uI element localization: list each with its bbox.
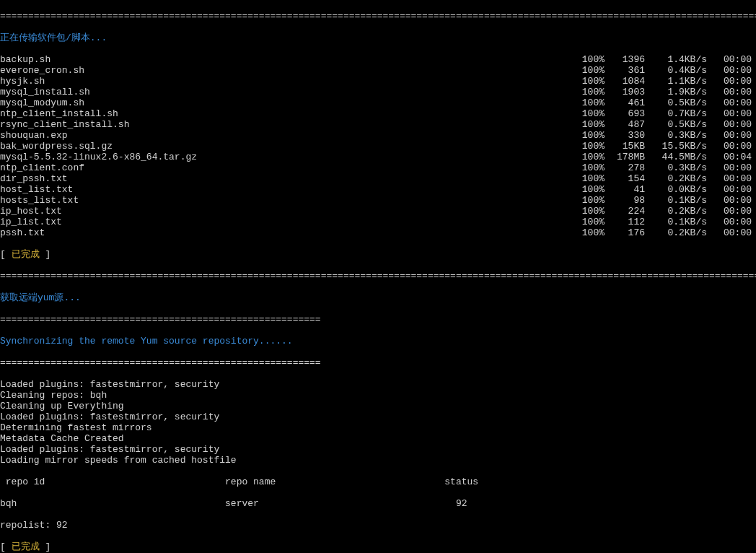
transfer-row: ip_list.txt100%1120.1KB/s00:00 xyxy=(0,217,756,227)
transfer-time: 00:00 xyxy=(707,76,756,87)
transfer-row: host_list.txt100%410.0KB/s00:00 xyxy=(0,184,756,195)
transfer-size: 224 xyxy=(605,206,645,217)
transfer-row: hosts_list.txt100%980.1KB/s00:00 xyxy=(0,195,756,206)
transfer-percent: 100% xyxy=(571,76,605,87)
done-line: [ 已完成 ] xyxy=(0,249,756,260)
yum-output-line: Loaded plugins: fastestmirror, security xyxy=(0,379,756,390)
transfer-speed: 44.5MB/s xyxy=(645,152,707,162)
transfer-size: 112 xyxy=(605,217,645,227)
section-header-yum: 获取远端yum源... xyxy=(0,292,756,303)
transfer-size: 461 xyxy=(605,97,645,108)
transfer-size: 330 xyxy=(605,130,645,141)
yum-output-line: Loaded plugins: fastestmirror, security xyxy=(0,412,756,422)
transfer-row: rsync_client_install.sh100%4870.5KB/s00:… xyxy=(0,119,756,130)
done-label: 已完成 xyxy=(12,541,40,552)
transfer-time: 00:00 xyxy=(707,65,756,76)
transfer-row: ntp_client.conf100%2780.3KB/s00:00 xyxy=(0,162,756,173)
transfer-row: shouquan.exp100%3300.3KB/s00:00 xyxy=(0,130,756,141)
transfer-list: backup.sh100%13961.4KB/s00:00everone_cro… xyxy=(0,54,756,238)
yum-output-line: Determining fastest mirrors xyxy=(0,422,756,433)
transfer-time: 00:00 xyxy=(707,162,756,173)
transfer-filename: ntp_client.conf xyxy=(0,162,84,173)
transfer-filename: ntp_client_install.sh xyxy=(0,108,118,119)
transfer-speed: 0.5KB/s xyxy=(645,119,707,130)
transfer-speed: 0.2KB/s xyxy=(645,206,707,217)
transfer-speed: 0.3KB/s xyxy=(645,130,707,141)
transfer-speed: 0.1KB/s xyxy=(645,217,707,227)
transfer-percent: 100% xyxy=(571,141,605,152)
transfer-size: 487 xyxy=(605,119,645,130)
transfer-size: 98 xyxy=(605,195,645,206)
transfer-time: 00:00 xyxy=(707,184,756,195)
transfer-percent: 100% xyxy=(571,217,605,227)
transfer-speed: 0.4KB/s xyxy=(645,65,707,76)
transfer-speed: 15.5KB/s xyxy=(645,141,707,152)
transfer-filename: rsync_client_install.sh xyxy=(0,119,129,130)
transfer-filename: pssh.txt xyxy=(0,227,45,238)
separator-line: ========================================… xyxy=(0,271,756,282)
transfer-row: ip_host.txt100%2240.2KB/s00:00 xyxy=(0,206,756,217)
transfer-percent: 100% xyxy=(571,173,605,184)
transfer-row: backup.sh100%13961.4KB/s00:00 xyxy=(0,54,756,65)
transfer-speed: 1.9KB/s xyxy=(645,87,707,97)
transfer-speed: 0.7KB/s xyxy=(645,108,707,119)
transfer-filename: ip_host.txt xyxy=(0,206,62,217)
transfer-percent: 100% xyxy=(571,87,605,97)
transfer-size: 1084 xyxy=(605,76,645,87)
done-label: 已完成 xyxy=(12,249,40,260)
transfer-speed: 0.1KB/s xyxy=(645,195,707,206)
transfer-filename: shouquan.exp xyxy=(0,130,68,141)
yum-output-line: Cleaning repos: bqh xyxy=(0,390,756,401)
repo-header: repo id repo name status xyxy=(0,476,756,487)
repo-row: bqh server 92 xyxy=(0,498,756,509)
transfer-percent: 100% xyxy=(571,162,605,173)
transfer-time: 00:00 xyxy=(707,119,756,130)
transfer-time: 00:00 xyxy=(707,195,756,206)
transfer-row: mysql_modyum.sh100%4610.5KB/s00:00 xyxy=(0,97,756,108)
transfer-speed: 1.4KB/s xyxy=(645,54,707,65)
transfer-time: 00:04 xyxy=(707,152,756,162)
yum-output-line: Metadata Cache Created xyxy=(0,433,756,444)
transfer-row: dir_pssh.txt100%1540.2KB/s00:00 xyxy=(0,173,756,184)
transfer-time: 00:00 xyxy=(707,54,756,65)
transfer-size: 1903 xyxy=(605,87,645,97)
separator-line: ========================================… xyxy=(0,357,756,368)
transfer-size: 15KB xyxy=(605,141,645,152)
separator-line: ========================================… xyxy=(0,11,756,22)
transfer-percent: 100% xyxy=(571,97,605,108)
transfer-filename: hysjk.sh xyxy=(0,76,45,87)
transfer-size: 693 xyxy=(605,108,645,119)
transfer-row: everone_cron.sh100%3610.4KB/s00:00 xyxy=(0,65,756,76)
transfer-percent: 100% xyxy=(571,54,605,65)
transfer-time: 00:00 xyxy=(707,173,756,184)
transfer-time: 00:00 xyxy=(707,206,756,217)
yum-output: Loaded plugins: fastestmirror, securityC… xyxy=(0,379,756,466)
transfer-percent: 100% xyxy=(571,108,605,119)
transfer-size: 361 xyxy=(605,65,645,76)
transfer-filename: mysql-5.5.32-linux2.6-x86_64.tar.gz xyxy=(0,152,197,162)
transfer-filename: backup.sh xyxy=(0,54,50,65)
transfer-size: 1396 xyxy=(605,54,645,65)
transfer-percent: 100% xyxy=(571,227,605,238)
transfer-speed: 0.3KB/s xyxy=(645,162,707,173)
transfer-size: 41 xyxy=(605,184,645,195)
transfer-row: pssh.txt100%1760.2KB/s00:00 xyxy=(0,227,756,238)
transfer-percent: 100% xyxy=(571,130,605,141)
transfer-speed: 0.2KB/s xyxy=(645,173,707,184)
transfer-time: 00:00 xyxy=(707,87,756,97)
transfer-filename: bak_wordpress.sql.gz xyxy=(0,141,113,152)
transfer-percent: 100% xyxy=(571,119,605,130)
transfer-filename: ip_list.txt xyxy=(0,217,62,227)
transfer-percent: 100% xyxy=(571,65,605,76)
transfer-time: 00:00 xyxy=(707,227,756,238)
transfer-percent: 100% xyxy=(571,206,605,217)
repolist: repolist: 92 xyxy=(0,520,756,531)
transfer-time: 00:00 xyxy=(707,141,756,152)
transfer-size: 278 xyxy=(605,162,645,173)
transfer-percent: 100% xyxy=(571,152,605,162)
transfer-filename: host_list.txt xyxy=(0,184,73,195)
separator-line: ========================================… xyxy=(0,314,756,325)
transfer-filename: everone_cron.sh xyxy=(0,65,84,76)
transfer-row: bak_wordpress.sql.gz100%15KB15.5KB/s00:0… xyxy=(0,141,756,152)
transfer-percent: 100% xyxy=(571,184,605,195)
